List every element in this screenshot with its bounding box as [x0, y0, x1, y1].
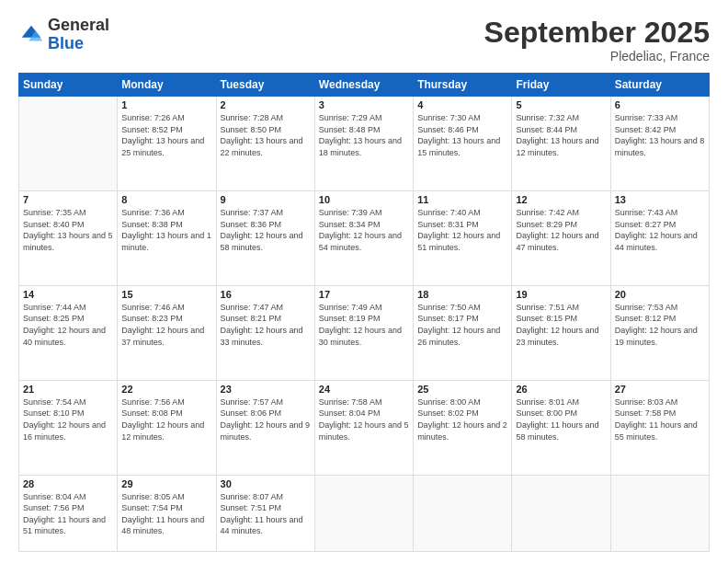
day-info: Sunrise: 7:56 AMSunset: 8:08 PMDaylight:… [121, 396, 211, 442]
day-number: 1 [121, 99, 211, 110]
location: Pledeliac, France [484, 49, 710, 63]
day-number: 22 [121, 384, 211, 395]
calendar-cell: 16Sunrise: 7:47 AMSunset: 8:21 PMDayligh… [216, 285, 314, 380]
calendar-cell: 3Sunrise: 7:29 AMSunset: 8:48 PMDaylight… [314, 97, 413, 191]
day-info: Sunrise: 7:35 AMSunset: 8:40 PMDaylight:… [23, 207, 113, 253]
weekday-header-wednesday: Wednesday [314, 74, 413, 97]
weekday-header-thursday: Thursday [414, 74, 512, 97]
day-number: 19 [516, 289, 606, 300]
day-info: Sunrise: 7:49 AMSunset: 8:19 PMDaylight:… [319, 302, 409, 348]
day-info: Sunrise: 7:36 AMSunset: 8:38 PMDaylight:… [121, 207, 211, 253]
day-info: Sunrise: 7:30 AMSunset: 8:46 PMDaylight:… [417, 112, 507, 158]
day-number: 28 [23, 478, 113, 489]
calendar-cell: 20Sunrise: 7:53 AMSunset: 8:12 PMDayligh… [610, 285, 709, 380]
calendar-cell [19, 97, 118, 191]
logo-blue: Blue [48, 34, 84, 52]
day-info: Sunrise: 7:40 AMSunset: 8:31 PMDaylight:… [417, 207, 507, 253]
logo-text: General Blue [48, 17, 109, 53]
weekday-header-tuesday: Tuesday [216, 74, 314, 97]
day-number: 24 [319, 384, 409, 395]
day-info: Sunrise: 7:46 AMSunset: 8:23 PMDaylight:… [121, 302, 211, 348]
calendar-cell: 8Sunrise: 7:36 AMSunset: 8:38 PMDaylight… [118, 191, 216, 286]
calendar-cell: 30Sunrise: 8:07 AMSunset: 7:51 PMDayligh… [216, 475, 314, 551]
calendar-cell: 4Sunrise: 7:30 AMSunset: 8:46 PMDaylight… [414, 97, 512, 191]
day-number: 29 [121, 478, 211, 489]
week-row-0: 1Sunrise: 7:26 AMSunset: 8:52 PMDaylight… [19, 97, 710, 191]
day-info: Sunrise: 8:04 AMSunset: 7:56 PMDaylight:… [23, 491, 113, 537]
weekday-header-row: SundayMondayTuesdayWednesdayThursdayFrid… [19, 74, 710, 97]
day-info: Sunrise: 7:58 AMSunset: 8:04 PMDaylight:… [319, 396, 409, 442]
day-info: Sunrise: 7:42 AMSunset: 8:29 PMDaylight:… [516, 207, 606, 253]
day-info: Sunrise: 8:03 AMSunset: 7:58 PMDaylight:… [615, 396, 705, 442]
day-number: 5 [516, 99, 606, 110]
logo-general: General [48, 16, 109, 34]
calendar-cell [512, 475, 610, 551]
day-info: Sunrise: 8:00 AMSunset: 8:02 PMDaylight:… [417, 396, 507, 442]
calendar-cell: 19Sunrise: 7:51 AMSunset: 8:15 PMDayligh… [512, 285, 610, 380]
logo: General Blue [18, 17, 109, 53]
day-info: Sunrise: 7:54 AMSunset: 8:10 PMDaylight:… [23, 396, 113, 442]
day-info: Sunrise: 7:37 AMSunset: 8:36 PMDaylight:… [221, 207, 311, 253]
day-info: Sunrise: 7:50 AMSunset: 8:17 PMDaylight:… [417, 302, 507, 348]
day-number: 18 [417, 289, 507, 300]
day-info: Sunrise: 7:33 AMSunset: 8:42 PMDaylight:… [615, 112, 705, 158]
day-info: Sunrise: 7:26 AMSunset: 8:52 PMDaylight:… [121, 112, 211, 158]
calendar-cell [314, 475, 413, 551]
day-info: Sunrise: 7:47 AMSunset: 8:21 PMDaylight:… [221, 302, 311, 348]
day-info: Sunrise: 7:39 AMSunset: 8:34 PMDaylight:… [319, 207, 409, 253]
day-number: 3 [319, 99, 409, 110]
calendar-cell: 10Sunrise: 7:39 AMSunset: 8:34 PMDayligh… [314, 191, 413, 286]
day-info: Sunrise: 7:51 AMSunset: 8:15 PMDaylight:… [516, 302, 606, 348]
page: General Blue September 2025 Pledeliac, F… [0, 0, 728, 563]
day-info: Sunrise: 7:53 AMSunset: 8:12 PMDaylight:… [615, 302, 705, 348]
day-number: 10 [319, 194, 409, 205]
week-row-3: 21Sunrise: 7:54 AMSunset: 8:10 PMDayligh… [19, 380, 710, 475]
day-number: 27 [615, 384, 705, 395]
calendar-cell: 27Sunrise: 8:03 AMSunset: 7:58 PMDayligh… [610, 380, 709, 475]
day-number: 15 [121, 289, 211, 300]
calendar-cell: 24Sunrise: 7:58 AMSunset: 8:04 PMDayligh… [314, 380, 413, 475]
calendar-cell: 11Sunrise: 7:40 AMSunset: 8:31 PMDayligh… [414, 191, 512, 286]
day-number: 6 [615, 99, 705, 110]
day-number: 26 [516, 384, 606, 395]
calendar-cell: 21Sunrise: 7:54 AMSunset: 8:10 PMDayligh… [19, 380, 118, 475]
day-number: 12 [516, 194, 606, 205]
day-number: 30 [221, 478, 311, 489]
calendar-cell: 2Sunrise: 7:28 AMSunset: 8:50 PMDaylight… [216, 97, 314, 191]
calendar-cell: 15Sunrise: 7:46 AMSunset: 8:23 PMDayligh… [118, 285, 216, 380]
day-number: 11 [417, 194, 507, 205]
day-number: 17 [319, 289, 409, 300]
calendar-cell: 26Sunrise: 8:01 AMSunset: 8:00 PMDayligh… [512, 380, 610, 475]
calendar-cell: 9Sunrise: 7:37 AMSunset: 8:36 PMDaylight… [216, 191, 314, 286]
calendar-cell: 17Sunrise: 7:49 AMSunset: 8:19 PMDayligh… [314, 285, 413, 380]
day-info: Sunrise: 7:44 AMSunset: 8:25 PMDaylight:… [23, 302, 113, 348]
calendar-cell: 23Sunrise: 7:57 AMSunset: 8:06 PMDayligh… [216, 380, 314, 475]
weekday-header-saturday: Saturday [610, 74, 709, 97]
calendar-cell: 28Sunrise: 8:04 AMSunset: 7:56 PMDayligh… [19, 475, 118, 551]
calendar-cell: 5Sunrise: 7:32 AMSunset: 8:44 PMDaylight… [512, 97, 610, 191]
day-info: Sunrise: 8:07 AMSunset: 7:51 PMDaylight:… [221, 491, 311, 537]
day-number: 20 [615, 289, 705, 300]
day-info: Sunrise: 7:43 AMSunset: 8:27 PMDaylight:… [615, 207, 705, 253]
day-info: Sunrise: 7:57 AMSunset: 8:06 PMDaylight:… [221, 396, 311, 442]
calendar-cell: 12Sunrise: 7:42 AMSunset: 8:29 PMDayligh… [512, 191, 610, 286]
calendar-cell: 18Sunrise: 7:50 AMSunset: 8:17 PMDayligh… [414, 285, 512, 380]
weekday-header-friday: Friday [512, 74, 610, 97]
day-number: 14 [23, 289, 113, 300]
day-number: 25 [417, 384, 507, 395]
day-number: 9 [221, 194, 311, 205]
day-number: 7 [23, 194, 113, 205]
day-number: 16 [221, 289, 311, 300]
day-info: Sunrise: 8:01 AMSunset: 8:00 PMDaylight:… [516, 396, 606, 442]
week-row-1: 7Sunrise: 7:35 AMSunset: 8:40 PMDaylight… [19, 191, 710, 286]
day-number: 8 [121, 194, 211, 205]
calendar-cell [610, 475, 709, 551]
weekday-header-monday: Monday [118, 74, 216, 97]
calendar-cell: 7Sunrise: 7:35 AMSunset: 8:40 PMDaylight… [19, 191, 118, 286]
day-number: 23 [221, 384, 311, 395]
week-row-4: 28Sunrise: 8:04 AMSunset: 7:56 PMDayligh… [19, 475, 710, 551]
calendar-cell: 29Sunrise: 8:05 AMSunset: 7:54 PMDayligh… [118, 475, 216, 551]
day-number: 13 [615, 194, 705, 205]
day-number: 21 [23, 384, 113, 395]
title-block: September 2025 Pledeliac, France [484, 17, 710, 63]
